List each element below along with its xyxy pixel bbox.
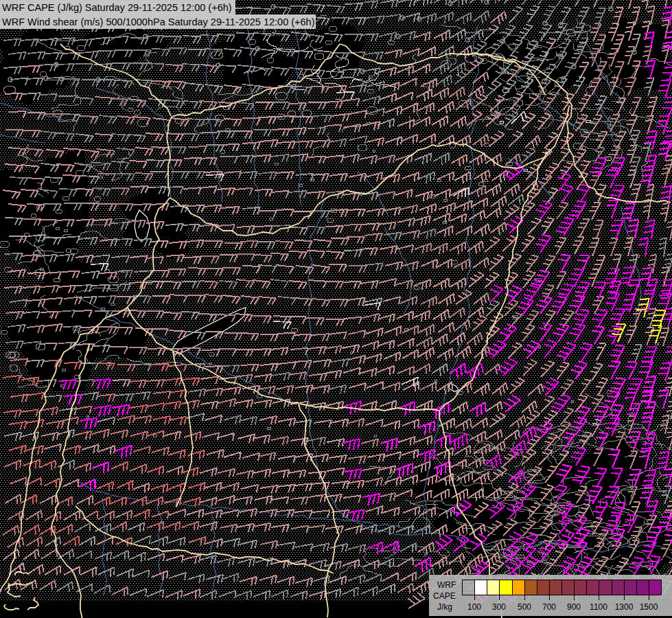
svg-text:1300: 1300 <box>615 602 634 612</box>
svg-text:100: 100 <box>467 602 481 612</box>
svg-text:1100: 1100 <box>590 602 607 612</box>
svg-text:J/kg: J/kg <box>437 602 452 612</box>
svg-text:CAPE: CAPE <box>433 591 456 601</box>
svg-text:700: 700 <box>542 602 556 612</box>
svg-text:300: 300 <box>492 602 506 612</box>
svg-text:500: 500 <box>518 602 531 612</box>
svg-text:1500: 1500 <box>640 602 658 612</box>
svg-text:WRF Wind shear (m/s) 500/1000h: WRF Wind shear (m/s) 500/1000hPa Saturda… <box>2 16 315 27</box>
svg-text:WRF CAPE (J/kg) Saturday 29-11: WRF CAPE (J/kg) Saturday 29-11-2025 12:0… <box>2 2 232 13</box>
svg-text:900: 900 <box>567 602 581 612</box>
svg-text:WRF: WRF <box>437 580 456 590</box>
